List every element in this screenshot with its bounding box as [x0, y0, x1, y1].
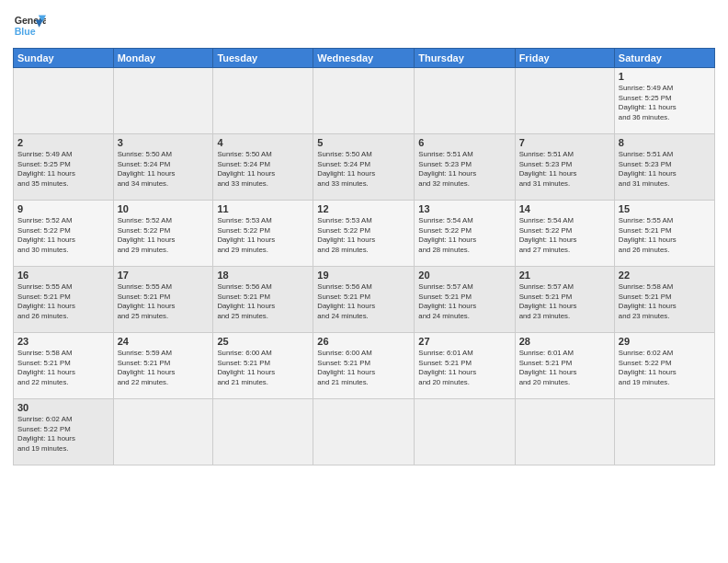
day-info: Sunrise: 5:54 AMSunset: 5:22 PMDaylight:…: [418, 216, 510, 255]
day-header-row: SundayMondayTuesdayWednesdayThursdayFrid…: [14, 49, 715, 68]
calendar-table: SundayMondayTuesdayWednesdayThursdayFrid…: [13, 48, 715, 465]
calendar-cell: [113, 399, 213, 465]
calendar-cell: 3Sunrise: 5:50 AMSunset: 5:24 PMDaylight…: [113, 134, 213, 201]
day-info: Sunrise: 5:50 AMSunset: 5:24 PMDaylight:…: [118, 150, 210, 189]
calendar-cell: 4Sunrise: 5:50 AMSunset: 5:24 PMDaylight…: [213, 134, 313, 201]
day-number: 23: [17, 336, 109, 347]
day-info: Sunrise: 5:52 AMSunset: 5:22 PMDaylight:…: [17, 216, 109, 255]
day-of-week-saturday: Saturday: [614, 49, 714, 68]
day-number: 27: [418, 336, 510, 347]
day-number: 22: [619, 270, 711, 281]
calendar-cell: 10Sunrise: 5:52 AMSunset: 5:22 PMDayligh…: [113, 201, 213, 267]
svg-text:Blue: Blue: [15, 26, 36, 37]
calendar-cell: 1Sunrise: 5:49 AMSunset: 5:25 PMDaylight…: [614, 68, 714, 134]
day-of-week-monday: Monday: [113, 49, 213, 68]
day-info: Sunrise: 5:56 AMSunset: 5:21 PMDaylight:…: [317, 282, 410, 321]
day-info: Sunrise: 6:00 AMSunset: 5:21 PMDaylight:…: [317, 349, 410, 387]
day-info: Sunrise: 5:49 AMSunset: 5:25 PMDaylight:…: [619, 84, 711, 122]
calendar-cell: 20Sunrise: 5:57 AMSunset: 5:21 PMDayligh…: [415, 267, 515, 333]
day-number: 5: [317, 137, 410, 148]
day-info: Sunrise: 5:57 AMSunset: 5:21 PMDaylight:…: [418, 282, 510, 321]
calendar-cell: 6Sunrise: 5:51 AMSunset: 5:23 PMDaylight…: [415, 134, 515, 201]
day-info: Sunrise: 5:49 AMSunset: 5:25 PMDaylight:…: [17, 150, 109, 189]
calendar-cell: 11Sunrise: 5:53 AMSunset: 5:22 PMDayligh…: [213, 201, 313, 267]
day-number: 25: [217, 336, 309, 347]
calendar-week-4: 16Sunrise: 5:55 AMSunset: 5:21 PMDayligh…: [14, 267, 715, 333]
day-of-week-tuesday: Tuesday: [213, 49, 313, 68]
day-info: Sunrise: 5:58 AMSunset: 5:21 PMDaylight:…: [17, 349, 109, 387]
day-info: Sunrise: 5:52 AMSunset: 5:22 PMDaylight:…: [118, 216, 210, 255]
header: General Blue: [13, 9, 715, 42]
calendar-week-6: 30Sunrise: 6:02 AMSunset: 5:22 PMDayligh…: [14, 399, 715, 465]
day-of-week-wednesday: Wednesday: [313, 49, 415, 68]
day-number: 26: [317, 336, 410, 347]
calendar-cell: 12Sunrise: 5:53 AMSunset: 5:22 PMDayligh…: [313, 201, 415, 267]
calendar-week-3: 9Sunrise: 5:52 AMSunset: 5:22 PMDaylight…: [14, 201, 715, 267]
calendar-cell: [313, 399, 415, 465]
calendar-cell: 15Sunrise: 5:55 AMSunset: 5:21 PMDayligh…: [614, 201, 714, 267]
calendar-cell: 8Sunrise: 5:51 AMSunset: 5:23 PMDaylight…: [614, 134, 714, 201]
day-number: 6: [418, 137, 510, 148]
day-info: Sunrise: 5:55 AMSunset: 5:21 PMDaylight:…: [118, 282, 210, 321]
calendar-cell: [313, 68, 415, 134]
calendar-week-5: 23Sunrise: 5:58 AMSunset: 5:21 PMDayligh…: [14, 333, 715, 399]
day-info: Sunrise: 5:53 AMSunset: 5:22 PMDaylight:…: [217, 216, 309, 255]
calendar-cell: 21Sunrise: 5:57 AMSunset: 5:21 PMDayligh…: [515, 267, 614, 333]
day-number: 30: [17, 402, 109, 413]
calendar-cell: 7Sunrise: 5:51 AMSunset: 5:23 PMDaylight…: [515, 134, 614, 201]
day-number: 20: [418, 270, 510, 281]
day-info: Sunrise: 5:54 AMSunset: 5:22 PMDaylight:…: [519, 216, 610, 255]
generalblue-logo-icon: General Blue: [13, 9, 46, 42]
calendar-cell: [415, 68, 515, 134]
calendar-cell: 23Sunrise: 5:58 AMSunset: 5:21 PMDayligh…: [14, 333, 114, 399]
day-number: 2: [17, 137, 109, 148]
day-number: 29: [619, 336, 711, 347]
day-number: 14: [519, 203, 610, 214]
calendar-cell: [415, 399, 515, 465]
day-info: Sunrise: 5:59 AMSunset: 5:21 PMDaylight:…: [118, 349, 210, 387]
day-info: Sunrise: 5:50 AMSunset: 5:24 PMDaylight:…: [317, 150, 410, 189]
day-number: 13: [418, 203, 510, 214]
calendar-cell: 26Sunrise: 6:00 AMSunset: 5:21 PMDayligh…: [313, 333, 415, 399]
day-info: Sunrise: 5:56 AMSunset: 5:21 PMDaylight:…: [217, 282, 309, 321]
day-number: 9: [17, 203, 109, 214]
day-info: Sunrise: 6:01 AMSunset: 5:21 PMDaylight:…: [519, 349, 610, 387]
day-info: Sunrise: 5:50 AMSunset: 5:24 PMDaylight:…: [217, 150, 309, 189]
day-info: Sunrise: 5:51 AMSunset: 5:23 PMDaylight:…: [418, 150, 510, 189]
day-number: 24: [118, 336, 210, 347]
page: General Blue SundayMondayTuesdayWednesda…: [0, 0, 728, 563]
day-number: 8: [619, 137, 711, 148]
calendar-cell: [113, 68, 213, 134]
calendar-cell: 14Sunrise: 5:54 AMSunset: 5:22 PMDayligh…: [515, 201, 614, 267]
logo: General Blue: [13, 9, 46, 42]
calendar-cell: [213, 399, 313, 465]
calendar-cell: 5Sunrise: 5:50 AMSunset: 5:24 PMDaylight…: [313, 134, 415, 201]
day-info: Sunrise: 6:02 AMSunset: 5:22 PMDaylight:…: [619, 349, 711, 387]
day-of-week-thursday: Thursday: [415, 49, 515, 68]
day-number: 16: [17, 270, 109, 281]
day-number: 4: [217, 137, 309, 148]
day-number: 17: [118, 270, 210, 281]
calendar-cell: 17Sunrise: 5:55 AMSunset: 5:21 PMDayligh…: [113, 267, 213, 333]
day-info: Sunrise: 5:51 AMSunset: 5:23 PMDaylight:…: [619, 150, 711, 189]
calendar-cell: [515, 399, 614, 465]
calendar-cell: 22Sunrise: 5:58 AMSunset: 5:21 PMDayligh…: [614, 267, 714, 333]
day-number: 1: [619, 71, 711, 82]
calendar-body: 1Sunrise: 5:49 AMSunset: 5:25 PMDaylight…: [14, 68, 715, 465]
calendar-cell: 25Sunrise: 6:00 AMSunset: 5:21 PMDayligh…: [213, 333, 313, 399]
day-info: Sunrise: 6:02 AMSunset: 5:22 PMDaylight:…: [17, 415, 109, 454]
day-number: 12: [317, 203, 410, 214]
calendar-cell: [213, 68, 313, 134]
day-info: Sunrise: 5:57 AMSunset: 5:21 PMDaylight:…: [519, 282, 610, 321]
calendar-cell: 28Sunrise: 6:01 AMSunset: 5:21 PMDayligh…: [515, 333, 614, 399]
calendar-cell: 13Sunrise: 5:54 AMSunset: 5:22 PMDayligh…: [415, 201, 515, 267]
calendar-week-1: 1Sunrise: 5:49 AMSunset: 5:25 PMDaylight…: [14, 68, 715, 134]
day-number: 15: [619, 203, 711, 214]
day-of-week-friday: Friday: [515, 49, 614, 68]
day-info: Sunrise: 6:00 AMSunset: 5:21 PMDaylight:…: [217, 349, 309, 387]
day-number: 7: [519, 137, 610, 148]
calendar-cell: 29Sunrise: 6:02 AMSunset: 5:22 PMDayligh…: [614, 333, 714, 399]
calendar-cell: 30Sunrise: 6:02 AMSunset: 5:22 PMDayligh…: [14, 399, 114, 465]
day-info: Sunrise: 5:51 AMSunset: 5:23 PMDaylight:…: [519, 150, 610, 189]
calendar-cell: 9Sunrise: 5:52 AMSunset: 5:22 PMDaylight…: [14, 201, 114, 267]
